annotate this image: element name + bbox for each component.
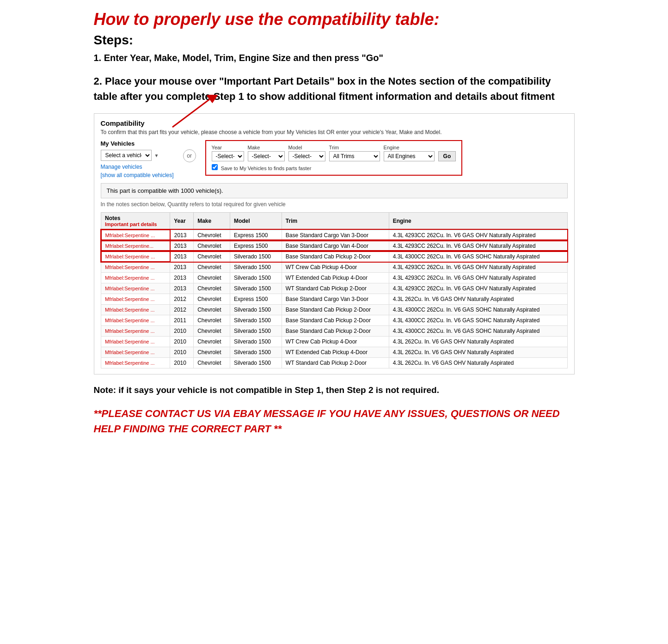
make-label: Make [248, 145, 285, 150]
table-header-row: Notes Important part details Year Make M… [101, 213, 568, 230]
cell-make: Chevrolet [194, 315, 230, 325]
cell-notes: Mfrlabel:Serpentine ... [101, 336, 170, 347]
year-label: Year [212, 145, 244, 150]
cell-make: Chevrolet [194, 294, 230, 304]
trim-select[interactable]: All Trims [329, 151, 380, 161]
ymm-row: Year -Select- Make -Select- Model [212, 145, 456, 161]
or-circle: or [183, 149, 196, 162]
cell-year: 2013 [170, 283, 194, 294]
table-row: Mfrlabel:Serpentine...2013ChevroletExpre… [101, 240, 568, 251]
table-row: Mfrlabel:Serpentine ...2013ChevroletSilv… [101, 251, 568, 262]
compatibility-table: Notes Important part details Year Make M… [101, 212, 568, 368]
cell-engine: 4.3L 4300CC 262Cu. In. V6 GAS SOHC Natur… [389, 315, 567, 325]
cell-trim: Base Standard Cab Pickup 2-Door [282, 251, 389, 262]
cell-notes: Mfrlabel:Serpentine ... [101, 272, 170, 283]
cell-model: Silverado 1500 [230, 347, 282, 357]
col-trim: Trim [282, 213, 389, 230]
cell-model: Silverado 1500 [230, 336, 282, 347]
cell-model: Silverado 1500 [230, 325, 282, 336]
cell-make: Chevrolet [194, 272, 230, 283]
cell-trim: WT Standard Cab Pickup 2-Door [282, 357, 389, 368]
cell-engine: 4.3L 262Cu. In. V6 GAS OHV Naturally Asp… [389, 357, 567, 368]
engine-select[interactable]: All Engines [384, 151, 435, 161]
cell-make: Chevrolet [194, 336, 230, 347]
compat-title: Compatibility [101, 119, 568, 127]
important-part-link[interactable]: Important part details [105, 221, 166, 227]
make-select[interactable]: -Select- [248, 151, 285, 161]
compat-top-row: My Vehicles Select a vehicle ▼ Manage ve… [101, 140, 568, 178]
steps-title: Steps: [94, 33, 575, 48]
vehicle-select-row: Select a vehicle ▼ [101, 150, 174, 161]
cell-make: Chevrolet [194, 325, 230, 336]
cell-engine: 4.3L 4300CC 262Cu. In. V6 GAS SOHC Natur… [389, 325, 567, 336]
cell-engine: 4.3L 4293CC 262Cu. In. V6 GAS OHV Natura… [389, 230, 567, 240]
cell-model: Express 1500 [230, 230, 282, 240]
table-row: Mfrlabel:Serpentine ...2010ChevroletSilv… [101, 347, 568, 357]
cell-trim: WT Extended Cab Pickup 4-Door [282, 272, 389, 283]
compat-subtitle: To confirm that this part fits your vehi… [101, 129, 568, 135]
cell-make: Chevrolet [194, 304, 230, 315]
cell-year: 2010 [170, 357, 194, 368]
step2-text: 2. Place your mouse over "Important Part… [94, 74, 575, 104]
cell-make: Chevrolet [194, 240, 230, 251]
ymm-form-section: Year -Select- Make -Select- Model [205, 140, 463, 176]
trim-col: Trim All Trims [329, 145, 380, 161]
manage-vehicles-link[interactable]: Manage vehicles [101, 164, 174, 170]
table-row: Mfrlabel:Serpentine ...2013ChevroletSilv… [101, 262, 568, 272]
save-checkbox[interactable] [212, 164, 218, 170]
cell-model: Silverado 1500 [230, 357, 282, 368]
cell-notes: Mfrlabel:Serpentine ... [101, 251, 170, 262]
cell-trim: WT Crew Cab Pickup 4-Door [282, 262, 389, 272]
table-row: Mfrlabel:Serpentine ...2012ChevroletSilv… [101, 304, 568, 315]
cell-trim: WT Extended Cab Pickup 4-Door [282, 347, 389, 357]
cell-engine: 4.3L 262Cu. In. V6 GAS OHV Naturally Asp… [389, 336, 567, 347]
cell-engine: 4.3L 262Cu. In. V6 GAS OHV Naturally Asp… [389, 347, 567, 357]
cell-notes: Mfrlabel:Serpentine ... [101, 325, 170, 336]
my-vehicles-label: My Vehicles [101, 140, 174, 147]
cell-engine: 4.3L 4300CC 262Cu. In. V6 GAS SOHC Natur… [389, 304, 567, 315]
cell-make: Chevrolet [194, 251, 230, 262]
table-row: Mfrlabel:Serpentine ...2010ChevroletSilv… [101, 325, 568, 336]
cell-model: Silverado 1500 [230, 283, 282, 294]
cell-notes: Mfrlabel:Serpentine ... [101, 304, 170, 315]
engine-col: Engine All Engines [384, 145, 435, 161]
cell-make: Chevrolet [194, 262, 230, 272]
cell-year: 2013 [170, 251, 194, 262]
show-all-link[interactable]: [show all compatible vehicles] [101, 172, 174, 178]
table-row: Mfrlabel:Serpentine ...2013ChevroletSilv… [101, 272, 568, 283]
cell-year: 2013 [170, 240, 194, 251]
cell-year: 2010 [170, 336, 194, 347]
cell-year: 2010 [170, 325, 194, 336]
cell-model: Express 1500 [230, 294, 282, 304]
year-col: Year -Select- [212, 145, 244, 161]
cell-make: Chevrolet [194, 230, 230, 240]
cell-engine: 4.3L 4300CC 262Cu. In. V6 GAS SOHC Natur… [389, 251, 567, 262]
col-model: Model [230, 213, 282, 230]
engine-label: Engine [384, 145, 435, 150]
cell-model: Express 1500 [230, 240, 282, 251]
cell-make: Chevrolet [194, 283, 230, 294]
cell-engine: 4.3L 4293CC 262Cu. In. V6 GAS OHV Natura… [389, 272, 567, 283]
cell-year: 2010 [170, 347, 194, 357]
compatibility-area: Compatibility To confirm that this part … [94, 113, 575, 374]
vehicle-select[interactable]: Select a vehicle [101, 150, 152, 161]
table-row: Mfrlabel:Serpentine ...2010ChevroletSilv… [101, 357, 568, 368]
cell-year: 2013 [170, 230, 194, 240]
cell-trim: Base Standard Cab Pickup 2-Door [282, 304, 389, 315]
quantity-note: In the notes section below, Quantity ref… [101, 201, 568, 208]
go-button[interactable]: Go [438, 151, 456, 161]
trim-label: Trim [329, 145, 380, 150]
cell-engine: 4.3L 262Cu. In. V6 GAS OHV Naturally Asp… [389, 294, 567, 304]
cell-make: Chevrolet [194, 347, 230, 357]
table-row: Mfrlabel:Serpentine ...2013ChevroletSilv… [101, 283, 568, 294]
cell-trim: WT Crew Cab Pickup 4-Door [282, 336, 389, 347]
model-select[interactable]: -Select- [288, 151, 325, 161]
table-row: Mfrlabel:Serpentine ...2013ChevroletExpr… [101, 230, 568, 240]
table-row: Mfrlabel:Serpentine ...2011ChevroletSilv… [101, 315, 568, 325]
year-select[interactable]: -Select- [212, 151, 244, 161]
cell-trim: Base Standard Cargo Van 3-Door [282, 294, 389, 304]
cell-notes: Mfrlabel:Serpentine ... [101, 315, 170, 325]
cell-trim: Base Standard Cargo Van 3-Door [282, 230, 389, 240]
step1-text: 1. Enter Year, Make, Model, Trim, Engine… [94, 51, 575, 64]
cell-year: 2012 [170, 304, 194, 315]
